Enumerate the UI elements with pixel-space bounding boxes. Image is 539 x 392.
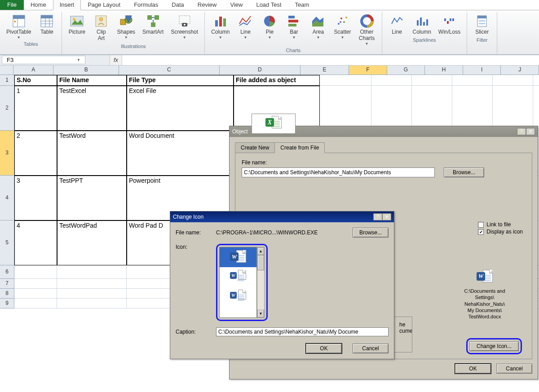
scroll-down-button[interactable]: ▼	[257, 310, 264, 317]
icon-item[interactable]: W	[220, 287, 256, 307]
tab-formulas[interactable]: Formulas	[127, 0, 165, 10]
tab-create-new[interactable]: Create New	[235, 142, 275, 153]
tab-data[interactable]: Data	[165, 0, 190, 10]
shapes-button[interactable]: Shapes ▼	[114, 12, 138, 43]
cell-G2[interactable]	[412, 86, 452, 131]
cell-F1[interactable]	[371, 75, 412, 86]
cell-J1[interactable]	[533, 75, 539, 86]
cell-C2[interactable]: Excel File	[127, 86, 234, 131]
tab-create-from-file[interactable]: Create from File	[274, 142, 325, 153]
row-header-7[interactable]: 7	[0, 279, 14, 289]
cell-D1[interactable]: File added as object	[234, 75, 320, 86]
cell-E2[interactable]	[320, 86, 371, 131]
icon-list-scrollbar[interactable]: ▲ ▼	[257, 247, 265, 318]
col-header-D[interactable]: D	[220, 66, 300, 75]
help-button[interactable]: ?	[517, 128, 526, 135]
tab-load-test[interactable]: Load Test	[249, 0, 288, 10]
cancel-button[interactable]: Cancel	[496, 364, 532, 374]
sparkline-winloss-button[interactable]: Win/Loss	[436, 12, 463, 36]
pie-chart-button[interactable]: Pie ▼	[258, 12, 281, 47]
change-icon-titlebar[interactable]: Change Icon ? ✕	[170, 211, 394, 222]
cell-B2[interactable]: TestExcel	[57, 86, 127, 131]
col-header-A[interactable]: A	[13, 66, 53, 75]
row-header-3[interactable]: 3	[0, 131, 14, 176]
column-chart-button[interactable]: Column ▼	[208, 12, 232, 47]
cell-J2[interactable]	[533, 86, 539, 131]
fx-icon[interactable]: fx	[110, 55, 122, 65]
row-header-6[interactable]: 6	[0, 265, 14, 279]
col-header-J[interactable]: J	[501, 66, 539, 75]
select-all-button[interactable]	[0, 66, 13, 75]
cell-B4[interactable]: TestPPT	[57, 176, 127, 220]
scroll-thumb[interactable]	[257, 255, 264, 270]
table-button[interactable]: Table	[35, 12, 58, 40]
embedded-object[interactable]: X	[252, 114, 296, 134]
cell-B7[interactable]	[57, 279, 127, 289]
scatter-chart-button[interactable]: Scatter ▼	[331, 12, 353, 47]
cell-A3[interactable]: 2	[14, 131, 57, 176]
cell-A4[interactable]: 3	[14, 176, 57, 220]
cell-A7[interactable]	[14, 279, 57, 289]
close-button[interactable]: ✕	[382, 213, 391, 220]
picture-button[interactable]: Picture	[66, 12, 88, 43]
cell-B6[interactable]	[57, 265, 127, 279]
change-icon-button[interactable]: Change Icon...	[469, 341, 519, 351]
cell-G1[interactable]	[412, 75, 452, 86]
sparkline-column-button[interactable]: Column	[410, 12, 434, 36]
cell-B9[interactable]	[57, 299, 127, 308]
tab-insert[interactable]: Insert	[53, 0, 81, 10]
cell-C1[interactable]: File Type	[127, 75, 234, 86]
row-header-8[interactable]: 8	[0, 289, 14, 299]
col-header-I[interactable]: I	[463, 66, 501, 75]
cell-A9[interactable]	[14, 299, 57, 308]
cell-A5[interactable]: 4	[14, 220, 57, 265]
tab-team[interactable]: Team	[288, 0, 316, 10]
pivottable-button[interactable]: PivotTable ▼	[4, 12, 34, 40]
col-header-G[interactable]: G	[387, 66, 425, 75]
row-header-4[interactable]: 4	[0, 176, 14, 220]
ci-cancel-button[interactable]: Cancel	[353, 344, 389, 353]
cell-H1[interactable]	[452, 75, 493, 86]
cell-C3[interactable]: Word Document	[127, 131, 234, 176]
cell-B8[interactable]	[57, 289, 127, 299]
icon-list[interactable]: W W W	[219, 247, 257, 318]
cell-A2[interactable]: 1	[14, 86, 57, 131]
ok-button[interactable]: OK	[455, 364, 491, 374]
icon-item-selected[interactable]: W	[220, 247, 256, 267]
row-header-2[interactable]: 2	[0, 86, 14, 131]
clipart-button[interactable]: Clip Art	[90, 12, 112, 43]
help-button[interactable]: ?	[373, 213, 382, 220]
row-header-9[interactable]: 9	[0, 299, 14, 308]
display-as-icon-checkbox[interactable]: ✔ Display as icon	[478, 229, 523, 235]
area-chart-button[interactable]: Area ▼	[307, 12, 329, 47]
smartart-button[interactable]: SmartArt	[140, 12, 166, 43]
tab-home[interactable]: Home	[24, 0, 53, 10]
tab-view[interactable]: View	[223, 0, 249, 10]
cell-H2[interactable]	[452, 86, 493, 131]
scroll-up-button[interactable]: ▲	[257, 247, 264, 255]
slicer-button[interactable]: Slicer	[471, 12, 493, 36]
tab-review[interactable]: Review	[191, 0, 224, 10]
caption-input[interactable]	[216, 327, 389, 336]
cell-A1[interactable]: S.No	[14, 75, 57, 86]
cell-B1[interactable]: File Name	[57, 75, 127, 86]
cell-F2[interactable]	[371, 86, 412, 131]
other-charts-button[interactable]: Other Charts ▼	[356, 12, 378, 47]
col-header-B[interactable]: B	[53, 66, 119, 75]
screenshot-button[interactable]: Screenshot ▼	[168, 12, 201, 43]
cell-A8[interactable]	[14, 289, 57, 299]
ci-ok-button[interactable]: OK	[306, 344, 342, 353]
col-header-F[interactable]: F	[349, 66, 387, 75]
browse-button[interactable]: Browse...	[444, 167, 484, 177]
row-header-5[interactable]: 5	[0, 220, 14, 265]
tab-page-layout[interactable]: Page Layout	[81, 0, 127, 10]
line-chart-button[interactable]: Line ▼	[234, 12, 256, 47]
row-header-1[interactable]: 1	[0, 75, 14, 86]
sparkline-line-button[interactable]: Line	[386, 12, 408, 36]
col-header-C[interactable]: C	[119, 66, 220, 75]
ci-browse-button[interactable]: Browse...	[353, 228, 389, 238]
close-button[interactable]: ✕	[526, 128, 535, 135]
cell-I1[interactable]	[493, 75, 533, 86]
link-to-file-checkbox[interactable]: Link to file	[478, 221, 523, 228]
col-header-H[interactable]: H	[425, 66, 463, 75]
